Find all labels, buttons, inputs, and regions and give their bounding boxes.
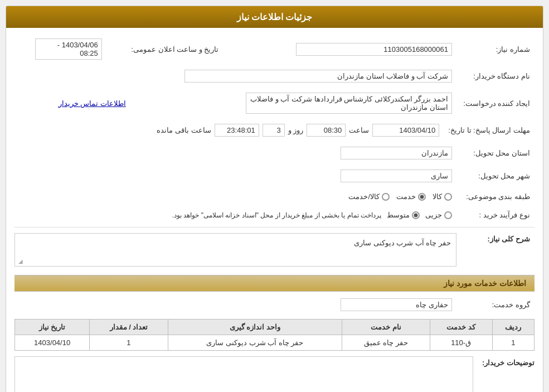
response-days: 3 [263, 124, 285, 137]
service-group-value: حفاری چاه [341, 298, 452, 311]
page-wrapper: جزئیات اطلاعات نیاز شماره نیاز: 11030051… [0, 0, 549, 392]
delivery-province-label: استان محل تحویل: [456, 144, 535, 162]
process-option-jozii-label: جزیی [425, 211, 442, 219]
process-radio-motavasset[interactable] [412, 211, 420, 219]
service-group-row: گروه خدمت: حفاری چاه [14, 296, 535, 313]
page-title: جزئیات اطلاعات نیاز [237, 12, 313, 22]
subject-option-kala-label: کالا [433, 192, 442, 201]
buyer-org-value: شرکت آب و فاضلاب استان مازندران [184, 70, 452, 83]
main-container: جزئیات اطلاعات نیاز شماره نیاز: 11030051… [6, 6, 543, 392]
col-header-unit: واحد اندازه گیری [168, 320, 342, 335]
buyer-org-label: نام دستگاه خریدار: [456, 67, 535, 85]
subject-option-kala-khedmat-label: کالا/خدمت [348, 192, 380, 201]
need-number-value: 1103005168000061 [296, 43, 452, 56]
process-option-jozii: جزیی [425, 211, 452, 219]
section-divider-1 [14, 227, 535, 228]
services-section-title: اطلاعات خدمات مورد نیاز [444, 279, 526, 288]
table-row: 1 ق-110 حفر چاه عمیق حفر چاه آب شرب دیوک… [15, 335, 535, 351]
services-section-header: اطلاعات خدمات مورد نیاز [14, 275, 535, 292]
cell-code-1: ق-110 [430, 335, 492, 351]
city-row: شهر محل تحویل: ساری [14, 167, 535, 185]
announcement-label: تاریخ و ساعت اعلان عمومی: [106, 36, 224, 62]
need-description-box: حفر چاه آب شرب دیوکنی ساری ◢ [14, 233, 456, 267]
process-options-row: جزیی متوسط پرداخت تمام یا بخشی از مبلغ خ… [19, 211, 452, 219]
process-option-motavasset: متوسط [387, 211, 420, 219]
subject-label: طبقه بندی موضوعی: [456, 190, 535, 203]
province-row: استان محل تحویل: مازندران [14, 144, 535, 162]
col-header-count: تعداد / مقدار [90, 320, 168, 335]
response-date: 1403/04/10 [372, 124, 439, 137]
services-table: ردیف کد خدمت نام خدمت واحد اندازه گیری ت… [14, 319, 535, 351]
cell-count-1: 1 [90, 335, 168, 351]
service-group-label: گروه خدمت: [456, 296, 535, 313]
page-header: جزئیات اطلاعات نیاز [6, 6, 543, 28]
process-row: نوع فرآیند خرید : جزیی متوسط پرداخت [14, 209, 535, 221]
subject-option-khedmat-label: خدمت [396, 192, 416, 201]
subject-radio-kala-khedmat[interactable] [382, 193, 390, 201]
subject-radio-kala[interactable] [444, 193, 452, 201]
buyer-org-row: نام دستگاه خریدار: شرکت آب و فاضلاب استا… [14, 67, 535, 85]
creator-contact-link[interactable]: اطلاعات تماس خریدار [59, 99, 126, 108]
need-number-label: شماره نیاز: [456, 36, 535, 62]
col-header-code: کد خدمت [430, 320, 492, 335]
content-area: شماره نیاز: 1103005168000061 تاریخ و ساع… [6, 28, 543, 392]
cell-name-1: حفر چاه عمیق [342, 335, 430, 351]
delivery-city: ساری [341, 170, 452, 182]
col-header-name: نام خدمت [342, 320, 430, 335]
cell-date-1: 1403/04/10 [15, 335, 90, 351]
process-note: پرداخت تمام یا بخشی از مبلغ خریدار از مح… [172, 211, 381, 219]
col-header-date: تاریخ نیاز [15, 320, 90, 335]
subject-row: طبقه بندی موضوعی: کالا خدمت [14, 190, 535, 203]
need-number-row: شماره نیاز: 1103005168000061 تاریخ و ساع… [14, 36, 535, 62]
announcement-value: 1403/04/06 - 08:25 [35, 38, 102, 60]
response-time: 08:30 [307, 124, 346, 137]
creator-row: ایجاد کننده درخواست: احمد بزرگر اسکندرکل… [14, 90, 535, 116]
cell-unit-1: حفر چاه آب شرب دیوکنی ساری [168, 335, 342, 351]
buyer-notes-section: توضیحات خریدار: ◢ [14, 356, 535, 392]
deadline-date-time: 1403/04/10 ساعت 08:30 روز و 3 23:48:01 س… [19, 124, 439, 137]
col-header-row: ردیف [492, 320, 534, 335]
process-type-label: نوع فرآیند خرید : [456, 209, 535, 221]
response-remain: 23:48:01 [215, 124, 259, 137]
response-time-label: ساعت [349, 126, 369, 134]
subject-radio-group: کالا خدمت کالا/خدمت [19, 192, 452, 201]
delivery-province: مازندران [341, 147, 452, 159]
creator-name: احمد بزرگر اسکندرکلائی کارشناس قراردادها… [246, 93, 452, 114]
creator-label: ایجاد کننده درخواست: [456, 90, 535, 116]
subject-option-kala-khedmat: کالا/خدمت [348, 192, 390, 201]
need-desc-label: شرح کلی نیاز: [456, 230, 535, 269]
buyer-notes-box[interactable]: ◢ [14, 356, 473, 392]
response-deadline-label: مهلت ارسال پاسخ: تا تاریخ: [444, 122, 535, 139]
delivery-city-label: شهر محل تحویل: [456, 167, 535, 185]
buyer-notes-label: توضیحات خریدار: [479, 356, 535, 367]
need-description-text: حفر چاه آب شرب دیوکنی ساری [18, 236, 453, 249]
deadline-row: مهلت ارسال پاسخ: تا تاریخ: 1403/04/10 سا… [14, 122, 535, 139]
process-radio-jozii[interactable] [444, 211, 452, 219]
subject-option-kala: کالا [433, 192, 452, 201]
response-remain-label: ساعت باقی مانده [157, 126, 211, 134]
subject-option-khedmat: خدمت [396, 192, 426, 201]
resize-handle-desc: ◢ [16, 258, 23, 265]
cell-row-1: 1 [492, 335, 534, 351]
response-days-label: روز و [288, 126, 304, 134]
process-option-motavasset-label: متوسط [387, 211, 410, 219]
subject-radio-khedmat[interactable] [418, 193, 426, 201]
need-description-row: شرح کلی نیاز: حفر چاه آب شرب دیوکنی ساری… [14, 230, 535, 269]
